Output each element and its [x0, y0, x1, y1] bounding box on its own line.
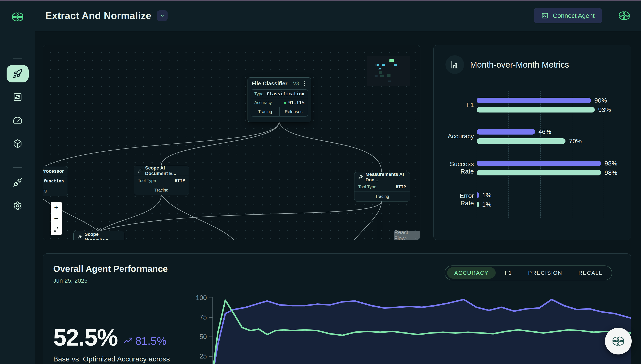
sidebar — [0, 0, 35, 364]
bar-value: 70% — [569, 138, 582, 144]
minimap-node — [375, 75, 378, 77]
bar-base — [477, 192, 479, 198]
connect-agent-label: Connect Agent — [553, 12, 594, 19]
minimap-node — [379, 72, 382, 74]
field-label: Tool Type — [138, 178, 156, 183]
field-label: Type — [254, 92, 263, 96]
chevron-down-icon — [160, 13, 165, 18]
performance-date: Jun 25, 2025 — [53, 277, 88, 284]
sidebar-item-settings[interactable] — [7, 197, 29, 214]
svg-text:100: 100 — [196, 295, 207, 302]
performance-line-chart: 100755025 — [162, 295, 631, 364]
metrics-panel: Month-over-Month Metrics F190%93%Accurac… — [433, 45, 631, 240]
assistant-fab[interactable] — [605, 328, 632, 354]
node-text-processor[interactable]: t Processor JS function Tracing — [43, 166, 68, 196]
bar-base — [477, 98, 591, 103]
category-label: SuccessRate — [440, 160, 474, 175]
node-measurements-ai-doc[interactable]: Measurements AI Doc... Tool Type HTTP Tr… — [354, 172, 410, 202]
title-dropdown-button[interactable] — [157, 10, 168, 21]
zoom-out-button[interactable]: − — [51, 213, 62, 224]
fit-view-button[interactable] — [51, 224, 62, 235]
status-dot — [284, 102, 286, 104]
bar-value: 1% — [482, 202, 491, 207]
app: Extract And Normalize Connect Agent — [0, 0, 641, 364]
svg-text:50: 50 — [200, 333, 207, 340]
connect-agent-button[interactable]: Connect Agent — [534, 8, 602, 23]
butterfly-icon — [611, 334, 625, 348]
field-value: JS function — [43, 178, 64, 184]
workflow-edges — [43, 45, 420, 240]
minimap-node — [382, 64, 385, 66]
node-scope-normalizer[interactable]: Scope Normalizer — [73, 231, 124, 240]
tab-f1[interactable]: F1 — [497, 267, 519, 278]
node-version: - V3 — [290, 81, 299, 86]
canvas-zoom-controls: + − — [51, 202, 62, 235]
tab-accuracy[interactable]: ACCURACY — [447, 267, 496, 278]
sidebar-item-packages[interactable] — [7, 135, 29, 152]
terminal-icon — [541, 12, 548, 19]
rocket-icon — [13, 69, 23, 78]
field-label: Accuracy — [254, 100, 272, 105]
sidebar-divider — [13, 58, 22, 59]
bar-base — [477, 160, 601, 166]
bar-value: 98% — [604, 170, 617, 176]
tab-precision[interactable]: PRECISION — [521, 267, 569, 278]
category-label: F1 — [440, 101, 474, 109]
wrench-icon — [138, 168, 143, 173]
node-file-classifier[interactable]: File Classifier - V3 ⋮ Type Classificati… — [247, 77, 311, 122]
brand-butterfly-logo — [11, 10, 24, 24]
sidebar-item-agents[interactable] — [7, 65, 29, 82]
sidebar-item-monitoring[interactable] — [7, 112, 29, 129]
react-flow-attribution[interactable]: React Flow — [394, 231, 420, 240]
performance-panel: Overall Agent Performance Jun 25, 2025 A… — [43, 254, 631, 364]
minimap-node — [376, 64, 377, 66]
minimap-node — [390, 59, 394, 62]
metrics-title: Month-over-Month Metrics — [470, 60, 569, 70]
canvas-minimap[interactable] — [367, 56, 410, 86]
bar-optimized — [477, 138, 565, 144]
workflow-canvas[interactable]: File Classifier - V3 ⋮ Type Classificati… — [43, 45, 420, 240]
svg-text:25: 25 — [200, 352, 207, 360]
category-label: ErrorRate — [440, 192, 474, 207]
minimap-node — [394, 64, 397, 66]
sidebar-divider — [13, 167, 22, 168]
node-title: File Classifier — [251, 80, 287, 87]
bar-optimized — [477, 202, 479, 207]
svg-text:75: 75 — [200, 314, 207, 321]
field-value: HTTP — [396, 184, 406, 190]
kebab-menu-icon[interactable]: ⋮ — [302, 80, 307, 87]
node-title: Scope Normalizer — [85, 232, 120, 240]
node-details: Type Classification Accuracy 91.11% Trac… — [251, 90, 308, 116]
field-value: Classification — [267, 91, 304, 96]
package-icon — [13, 139, 22, 148]
node-title: Scope AI Document E... — [145, 165, 185, 176]
bar-value: 46% — [539, 129, 551, 134]
header: Extract And Normalize Connect Agent — [35, 0, 641, 31]
wrench-icon — [358, 175, 363, 180]
node-scope-ai-document[interactable]: Scope AI Document E... Tool Type HTTP Tr… — [134, 166, 189, 195]
sidebar-item-workflows[interactable] — [7, 88, 29, 106]
bar-optimized — [477, 170, 601, 176]
metric-tabs: ACCURACYF1PRECISIONRECALL — [445, 266, 612, 280]
bar-base — [477, 129, 535, 134]
sidebar-item-connections[interactable] — [7, 174, 29, 191]
performance-subtitle: Base vs. Optimized Accuracy across — [53, 355, 170, 363]
tracing-button[interactable]: Tracing — [134, 186, 189, 195]
minimap-node — [377, 64, 379, 66]
bar-optimized — [477, 107, 595, 112]
minimap-node — [380, 74, 384, 77]
bar-value: 93% — [598, 107, 611, 112]
node-title: t Processor — [43, 168, 64, 174]
field-value: 91.11% — [288, 100, 304, 105]
tracing-button[interactable]: Tracing — [355, 192, 410, 201]
top-accent-strip — [0, 0, 641, 1]
tab-recall[interactable]: RECALL — [571, 267, 610, 278]
releases-button[interactable]: Releases — [279, 107, 308, 116]
bar-chart-icon — [445, 55, 464, 74]
tracing-button[interactable]: Tracing — [43, 186, 68, 195]
performance-title: Overall Agent Performance — [53, 264, 168, 274]
zoom-in-button[interactable]: + — [51, 202, 62, 213]
minimap-node — [388, 80, 391, 82]
minimap-node — [378, 69, 381, 70]
tracing-button[interactable]: Tracing — [251, 107, 279, 116]
